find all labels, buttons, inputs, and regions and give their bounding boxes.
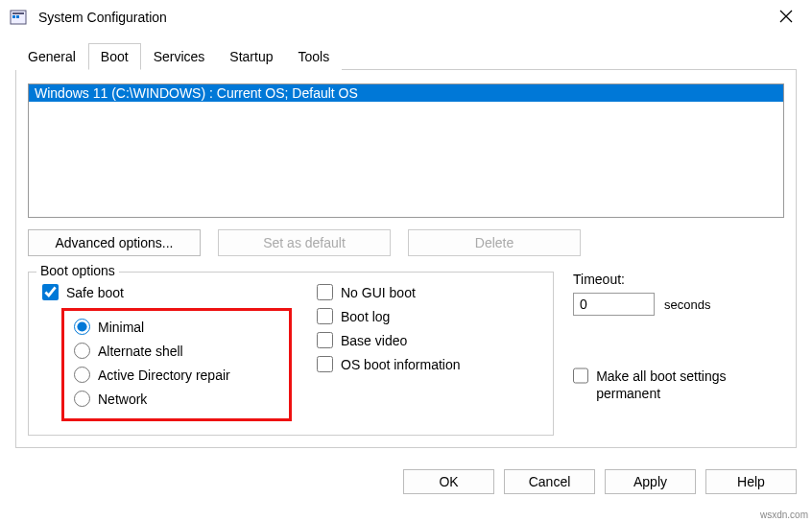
boot-log-label: Boot log <box>341 309 390 324</box>
boot-options-group: Boot options Safe boot Minimal Alter <box>28 272 554 436</box>
tab-general[interactable]: General <box>15 43 88 70</box>
timeout-section: Timeout: seconds Make all boot settings … <box>573 272 784 436</box>
timeout-label: Timeout: <box>573 272 784 287</box>
permanent-label: Make all boot settings permanent <box>596 368 784 402</box>
alternate-shell-label: Alternate shell <box>98 344 183 359</box>
tab-services[interactable]: Services <box>141 43 218 70</box>
base-video-checkbox[interactable] <box>317 332 333 348</box>
boot-log-checkbox[interactable] <box>317 308 333 324</box>
os-list[interactable]: Windows 11 (C:\WINDOWS) : Current OS; De… <box>28 83 784 218</box>
ad-repair-radio[interactable] <box>74 367 90 383</box>
set-default-button[interactable]: Set as default <box>218 229 391 256</box>
svg-rect-2 <box>12 15 15 18</box>
network-label: Network <box>98 392 147 407</box>
boot-options-legend: Boot options <box>36 263 119 278</box>
permanent-checkbox[interactable] <box>573 368 588 384</box>
os-list-item[interactable]: Windows 11 (C:\WINDOWS) : Current OS; De… <box>29 84 783 102</box>
ok-button[interactable]: OK <box>403 469 494 494</box>
alternate-shell-radio[interactable] <box>74 343 90 359</box>
close-button[interactable] <box>770 4 802 32</box>
os-boot-info-checkbox[interactable] <box>317 356 333 372</box>
help-button[interactable]: Help <box>705 469 797 494</box>
tab-tools[interactable]: Tools <box>285 43 342 70</box>
safe-boot-checkbox[interactable] <box>42 284 59 300</box>
timeout-input[interactable] <box>573 293 655 316</box>
safe-boot-radio-group: Minimal Alternate shell Active Directory… <box>61 308 292 421</box>
window-title: System Configuration <box>38 10 770 25</box>
network-radio[interactable] <box>74 391 90 407</box>
minimal-label: Minimal <box>98 320 144 335</box>
advanced-options-button[interactable]: Advanced options... <box>28 229 201 256</box>
os-boot-info-label: OS boot information <box>341 357 461 372</box>
tab-boot[interactable]: Boot <box>88 43 141 70</box>
safe-boot-label: Safe boot <box>66 285 124 300</box>
app-icon <box>10 8 29 27</box>
svg-rect-1 <box>12 12 24 14</box>
cancel-button[interactable]: Cancel <box>504 469 595 494</box>
delete-button[interactable]: Delete <box>408 229 581 256</box>
tab-strip: General Boot Services Startup Tools <box>15 42 797 70</box>
no-gui-label: No GUI boot <box>341 285 416 300</box>
timeout-unit: seconds <box>664 297 710 312</box>
ad-repair-label: Active Directory repair <box>98 368 230 383</box>
tab-startup[interactable]: Startup <box>217 43 285 70</box>
apply-button[interactable]: Apply <box>605 469 696 494</box>
minimal-radio[interactable] <box>74 319 90 335</box>
svg-rect-3 <box>16 15 19 18</box>
base-video-label: Base video <box>341 333 407 348</box>
watermark: wsxdn.com <box>760 510 808 520</box>
no-gui-checkbox[interactable] <box>317 284 333 300</box>
